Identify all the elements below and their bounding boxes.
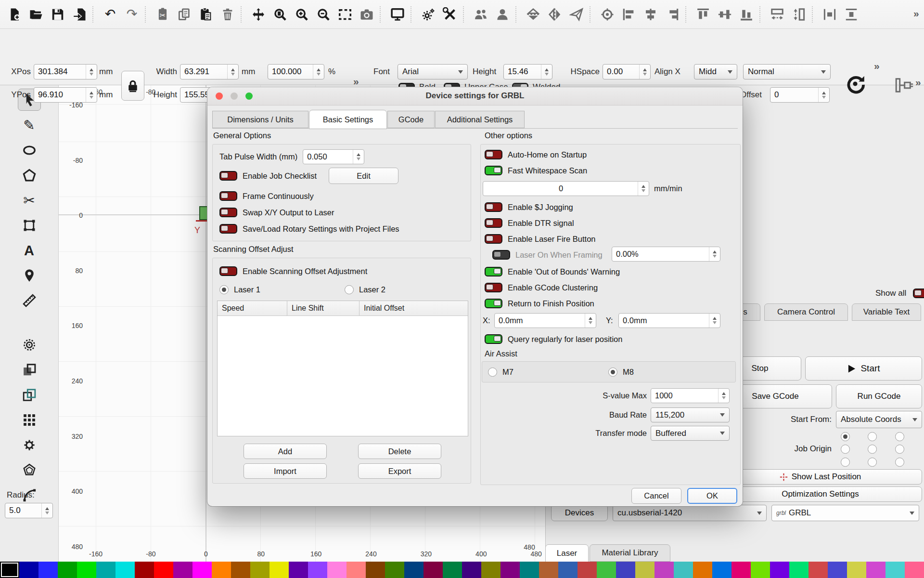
open-file-icon[interactable] bbox=[26, 4, 46, 25]
palette-color[interactable] bbox=[847, 562, 866, 578]
job-origin-radio-4[interactable] bbox=[868, 445, 877, 454]
palette-color[interactable] bbox=[828, 562, 847, 578]
tool-text[interactable]: A bbox=[18, 240, 40, 261]
palette-color[interactable] bbox=[58, 562, 77, 578]
palette-color[interactable] bbox=[173, 562, 192, 578]
tool-ring-shapes[interactable] bbox=[18, 334, 40, 355]
zoom-page-icon[interactable] bbox=[270, 4, 290, 25]
palette-color[interactable] bbox=[270, 562, 289, 578]
job-origin-radio-6[interactable] bbox=[841, 458, 850, 467]
flip-horizontal-icon[interactable] bbox=[545, 4, 565, 25]
palette-color[interactable] bbox=[19, 562, 38, 578]
tool-grid-array[interactable] bbox=[18, 409, 40, 431]
tab-dimensions-units[interactable]: Dimensions / Units bbox=[212, 111, 308, 128]
finish-y-field[interactable]: 0.0mm bbox=[618, 313, 720, 328]
run-gcode-button[interactable]: Run GCode bbox=[836, 384, 922, 408]
tab-basic-settings[interactable]: Basic Settings bbox=[309, 110, 387, 129]
palette-color[interactable] bbox=[250, 562, 270, 578]
job-origin-radio-8[interactable] bbox=[895, 458, 904, 467]
offset-field[interactable]: 0 bbox=[770, 87, 830, 103]
auto-home-toggle[interactable] bbox=[485, 150, 502, 159]
start-button[interactable]: Start bbox=[805, 356, 922, 381]
dialog-titlebar[interactable]: Device settings for GRBL bbox=[207, 87, 743, 105]
job-origin-radio-2[interactable] bbox=[895, 432, 904, 441]
redo-icon[interactable]: ↷ bbox=[122, 4, 141, 25]
tab-material-library[interactable]: Material Library bbox=[590, 544, 670, 562]
palette-color[interactable] bbox=[520, 562, 539, 578]
m8-radio[interactable] bbox=[608, 368, 617, 377]
devices-button[interactable]: Devices bbox=[551, 504, 608, 521]
lock-aspect-button[interactable] bbox=[121, 71, 144, 101]
frame-continuously-toggle[interactable] bbox=[219, 191, 237, 201]
tab-additional-settings[interactable]: Additional Settings bbox=[435, 111, 525, 128]
delete-icon[interactable] bbox=[218, 4, 237, 25]
alignx-combo[interactable]: Midd bbox=[694, 64, 737, 79]
palette-color[interactable] bbox=[443, 562, 462, 578]
palette-color[interactable] bbox=[231, 562, 250, 578]
palette-color[interactable] bbox=[135, 562, 154, 578]
laser1-radio-row[interactable]: Laser 1 bbox=[219, 283, 260, 296]
tool-weld-shapes[interactable] bbox=[18, 359, 40, 381]
multi-user-icon[interactable] bbox=[471, 4, 490, 25]
device-combo[interactable]: grbl GRBL bbox=[771, 505, 919, 521]
paste-icon[interactable] bbox=[196, 4, 216, 25]
palette-color[interactable] bbox=[578, 562, 597, 578]
props-more-chevron[interactable]: » bbox=[353, 76, 359, 87]
tool-polygon[interactable] bbox=[18, 165, 40, 186]
align-vcenter-icon[interactable] bbox=[641, 4, 660, 25]
add-button[interactable]: Add bbox=[244, 444, 327, 459]
palette-color[interactable] bbox=[154, 562, 173, 578]
palette-color[interactable] bbox=[616, 562, 635, 578]
whitespace-speed-field[interactable]: 0 bbox=[483, 181, 649, 196]
pan-icon[interactable] bbox=[249, 4, 268, 25]
palette-color[interactable] bbox=[481, 562, 500, 578]
align-right-icon[interactable] bbox=[663, 4, 682, 25]
copy-icon[interactable] bbox=[175, 4, 194, 25]
distribute-v-icon[interactable] bbox=[842, 4, 861, 25]
flip-vertical-icon[interactable] bbox=[524, 4, 543, 25]
weld-mode-combo[interactable]: Normal bbox=[743, 64, 831, 79]
zoom-in-icon[interactable] bbox=[292, 4, 311, 25]
text-height-field[interactable]: 15.46 bbox=[503, 64, 552, 79]
palette-color[interactable] bbox=[693, 562, 712, 578]
palette-color[interactable] bbox=[712, 562, 732, 578]
radius-field[interactable]: 5.0 bbox=[5, 503, 53, 518]
dtr-toggle[interactable] bbox=[485, 218, 502, 228]
tab-variable-text[interactable]: Variable Text bbox=[852, 303, 921, 321]
palette-color[interactable] bbox=[674, 562, 693, 578]
col-initial-offset[interactable]: Initial Offset bbox=[359, 301, 468, 315]
palette-color[interactable] bbox=[96, 562, 116, 578]
rotary-save-toggle[interactable] bbox=[219, 224, 237, 234]
device-settings-icon[interactable] bbox=[440, 4, 460, 25]
col-line-shift[interactable]: Line Shift bbox=[287, 301, 359, 315]
palette-color[interactable] bbox=[116, 562, 135, 578]
m7-radio[interactable] bbox=[488, 368, 497, 377]
palette-color[interactable] bbox=[424, 562, 443, 578]
distribute-h-icon[interactable] bbox=[820, 4, 839, 25]
palette-color[interactable] bbox=[366, 562, 385, 578]
palette-color[interactable] bbox=[77, 562, 96, 578]
tool-boolean-shapes[interactable] bbox=[18, 384, 40, 406]
screen-capture-icon[interactable] bbox=[357, 4, 376, 25]
palette-color[interactable] bbox=[0, 562, 19, 578]
import-button[interactable]: Import bbox=[244, 463, 327, 479]
palette-color[interactable] bbox=[404, 562, 424, 578]
fast-whitespace-toggle[interactable] bbox=[485, 166, 502, 175]
align-left-icon[interactable] bbox=[619, 4, 639, 25]
toolbar-overflow-chevron[interactable]: » bbox=[913, 8, 919, 19]
tab-camera-control[interactable]: Camera Control bbox=[764, 303, 848, 321]
palette-color[interactable] bbox=[789, 562, 808, 578]
import-file-icon[interactable] bbox=[70, 4, 89, 25]
frame-selection-icon[interactable] bbox=[335, 4, 355, 25]
palette-color[interactable] bbox=[866, 562, 886, 578]
edit-checklist-button[interactable]: Edit bbox=[329, 168, 398, 184]
job-checklist-toggle[interactable] bbox=[219, 171, 237, 181]
align-top-icon[interactable] bbox=[693, 4, 713, 25]
hspace-field[interactable]: 0.00 bbox=[603, 64, 651, 79]
job-origin-radio-5[interactable] bbox=[895, 445, 904, 454]
size-width-icon[interactable] bbox=[768, 4, 787, 25]
scanning-offset-toggle[interactable] bbox=[219, 266, 237, 276]
text-more-chevron[interactable]: » bbox=[874, 60, 880, 72]
save-file-icon[interactable] bbox=[48, 4, 67, 25]
show-all-toggle[interactable] bbox=[913, 289, 924, 298]
